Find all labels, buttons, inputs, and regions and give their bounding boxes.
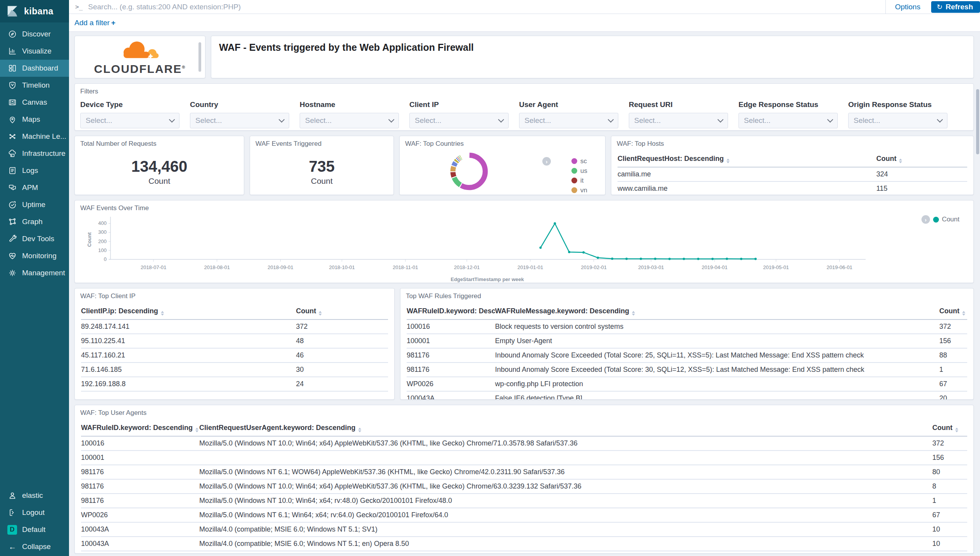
top-user-agents-panel: WAF: Top User Agents WAFRuleID.keyword: …	[74, 405, 974, 554]
svg-text:2018-08-01: 2018-08-01	[204, 264, 230, 270]
table-row: www.camilia.me115	[618, 181, 967, 195]
legend-item[interactable]: us	[571, 166, 587, 176]
table-cell: 100001	[407, 334, 495, 348]
filter-country: CountrySelect...	[190, 100, 289, 128]
request-uri-select[interactable]: Select...	[629, 113, 728, 128]
add-filter-link[interactable]: Add a filter+	[74, 19, 116, 27]
filter-edge-response-status: Edge Response StatusSelect...	[738, 100, 838, 128]
total-requests-panel: Total Number of Requests 134,460 Count	[74, 136, 244, 195]
legend-swatch	[571, 178, 577, 183]
sidebar-item-label: Collapse	[22, 542, 51, 551]
table-cell: 1	[939, 363, 967, 377]
legend-item[interactable]: sc	[571, 156, 587, 166]
scrollbar-thumb[interactable]	[976, 89, 979, 154]
hostname-select[interactable]: Select...	[300, 113, 399, 128]
top-user-agents-table: WAFRuleID.keyword: DescendingClientReque…	[75, 421, 973, 551]
column-header[interactable]: WAFRuleMessage.keyword: Descending	[495, 304, 939, 319]
sidebar-item-collapse[interactable]: ←Collapse	[0, 538, 69, 555]
filter-origin-response-status: Origin Response StatusSelect...	[848, 100, 947, 128]
user-agent-select[interactable]: Select...	[519, 113, 618, 128]
sidebar-item-label: Maps	[22, 115, 40, 124]
legend-label: vn	[580, 186, 587, 194]
column-header[interactable]: Count	[932, 421, 967, 436]
sidebar-item-management[interactable]: Management	[0, 264, 69, 281]
svg-text:100: 100	[98, 247, 107, 253]
sidebar-item-visualize[interactable]: Visualize	[0, 43, 69, 60]
client-ip-select[interactable]: Select...	[409, 113, 509, 128]
sidebar-item-apm[interactable]: APM	[0, 179, 69, 196]
table-cell: 115	[876, 181, 967, 195]
top-hosts-table: ClientRequestHost: DescendingCountcamili…	[611, 152, 973, 195]
sidebar-item-logs[interactable]: Logs	[0, 162, 69, 179]
table-cell: wp-config.php LFI protection	[495, 377, 939, 391]
legend-label[interactable]: Count	[942, 216, 959, 223]
sidebar-item-discover[interactable]: Discover	[0, 26, 69, 43]
svg-text:2018-10-01: 2018-10-01	[329, 264, 355, 270]
legend-swatch	[571, 168, 577, 174]
filter-client-ip: Client IPSelect...	[409, 100, 509, 128]
table-cell: 10	[932, 522, 967, 537]
sidebar-item-canvas[interactable]: Canvas	[0, 94, 69, 111]
kibana-logo[interactable]: kibana	[0, 0, 69, 22]
top-countries-donut-chart[interactable]	[445, 148, 493, 195]
origin-response-status-select[interactable]: Select...	[848, 113, 947, 128]
sidebar-item-label: Machine Le...	[22, 132, 66, 141]
sidebar-item-default[interactable]: DDefault	[0, 521, 69, 538]
table-cell: 372	[932, 436, 967, 451]
sidebar-item-dev-tools[interactable]: Dev Tools	[0, 230, 69, 247]
sidebar-item-monitoring[interactable]: Monitoring	[0, 247, 69, 264]
filter-label: Client IP	[409, 100, 509, 109]
table-row: camilia.me324	[618, 167, 967, 181]
logout-icon	[8, 508, 17, 517]
table-cell: 100016	[81, 436, 199, 451]
column-header[interactable]: Count	[876, 152, 967, 167]
edge-response-status-select[interactable]: Select...	[738, 113, 838, 128]
sidebar-item-dashboard[interactable]: Dashboard	[0, 60, 69, 77]
svg-text:2018-11-01: 2018-11-01	[393, 264, 418, 270]
legend-item[interactable]: vn	[571, 185, 587, 195]
panel-scrollbar[interactable]	[198, 42, 201, 72]
column-header[interactable]: Count	[296, 304, 388, 319]
sidebar-item-graph[interactable]: Graph	[0, 213, 69, 230]
sidebar-item-maps[interactable]: Maps	[0, 111, 69, 128]
legend-expand-icon[interactable]: ›	[921, 215, 930, 224]
sidebar-item-label: Management	[22, 269, 65, 277]
sidebar-item-label: Infrastructure	[22, 149, 66, 158]
sidebar-item-machine-le[interactable]: Machine Le...	[0, 128, 69, 145]
metric-value: 735	[250, 158, 393, 175]
metric-value: 134,460	[75, 158, 244, 175]
sidebar-item-infrastructure[interactable]: Infrastructure	[0, 145, 69, 162]
apm-icon	[8, 183, 17, 192]
search-input[interactable]	[87, 2, 885, 12]
panel-title: WAF: Top Hosts	[611, 136, 973, 148]
table-row: WP0026Mozilla/5.0 (Windows NT 6.1; Win64…	[81, 508, 967, 522]
legend-item[interactable]: it	[571, 176, 587, 185]
metric-label: Count	[75, 176, 244, 186]
column-header[interactable]: WAFRuleID.keyword: Descending	[81, 421, 199, 436]
options-button[interactable]: Options	[885, 0, 930, 14]
top-hosts-panel: WAF: Top Hosts ClientRequestHost: Descen…	[611, 136, 974, 195]
column-header[interactable]: ClientRequestHost: Descending	[618, 152, 876, 167]
table-row: WP0026wp-config.php LFI protection67	[407, 377, 967, 391]
device-type-select[interactable]: Select...	[80, 113, 179, 128]
table-cell: camilia.me	[618, 167, 876, 181]
column-header[interactable]: ClientRequestUserAgent.keyword: Descendi…	[199, 421, 932, 436]
sidebar-item-elastic[interactable]: elastic	[0, 487, 69, 504]
country-select[interactable]: Select...	[190, 113, 289, 128]
table-cell: 67	[932, 508, 967, 522]
sidebar-item-label: Logs	[22, 166, 38, 175]
column-header[interactable]: ClientIP.ip: Descending	[81, 304, 296, 319]
dashboard-icon	[8, 64, 17, 73]
column-header[interactable]: WAFRuleID.keyword: Descending	[407, 304, 495, 319]
sidebar-item-uptime[interactable]: Uptime	[0, 196, 69, 213]
table-row: 100043AMozilla/4.0 (compatible; MSIE 6.0…	[81, 522, 967, 537]
filter-controls: Device TypeSelect...CountrySelect...Host…	[75, 95, 973, 128]
sidebar-item-logout[interactable]: Logout	[0, 504, 69, 521]
top-client-ip-panel: WAF: Top Client IP ClientIP.ip: Descendi…	[74, 288, 395, 400]
legend-expand-icon[interactable]: ›	[542, 157, 551, 166]
refresh-button[interactable]: ↻ Refresh	[931, 1, 980, 13]
column-header[interactable]: Count	[939, 304, 967, 319]
sidebar-item-timelion[interactable]: Timelion	[0, 77, 69, 94]
events-over-time-chart[interactable]: 01002003004002018-07-012018-08-012018-09…	[75, 214, 959, 283]
select-placeholder: Select...	[634, 116, 661, 125]
